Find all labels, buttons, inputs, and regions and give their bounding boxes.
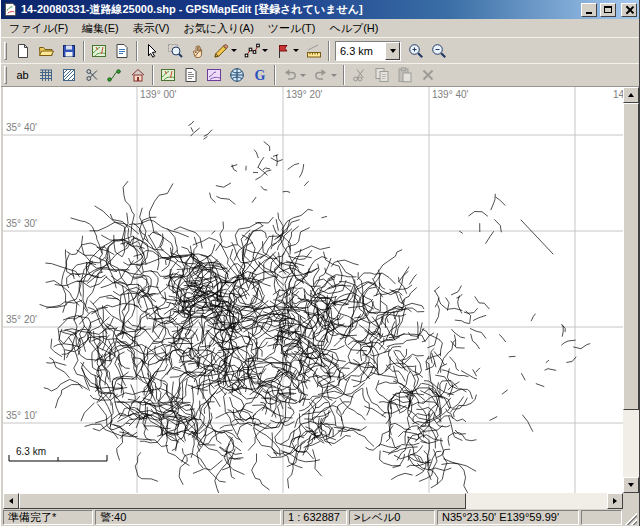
- app-window: 14-20080331-道路線25000.shp - GPSMapEdit [登…: [0, 0, 640, 526]
- toolbar-grip[interactable]: [4, 66, 7, 84]
- toolbar-main-group: [11, 40, 332, 62]
- menu-item-file[interactable]: ファイル(F): [2, 19, 75, 38]
- insert-object-button[interactable]: [240, 40, 271, 62]
- measure-tool-button[interactable]: [302, 40, 325, 62]
- status-filler: [581, 510, 622, 525]
- open-map-button[interactable]: [87, 40, 110, 62]
- scroll-up-button[interactable]: [623, 87, 639, 103]
- map-properties-button[interactable]: [110, 40, 133, 62]
- status-level: >レベル0: [349, 510, 435, 525]
- vertical-scrollbar: [623, 87, 639, 493]
- attach-icon: [130, 67, 146, 83]
- flag-icon: [275, 43, 291, 59]
- zoom-in-icon: [408, 43, 424, 59]
- arrow-up-icon: [628, 93, 634, 97]
- horizontal-scroll-thumb[interactable]: [19, 493, 466, 509]
- zoom-scale-dropdown-button[interactable]: [385, 42, 400, 60]
- pointer-icon: [144, 43, 160, 59]
- horizontal-scrollbar: [3, 493, 623, 509]
- copy-icon: [374, 67, 390, 83]
- verify-map-button[interactable]: [202, 64, 225, 86]
- dropdown-arrow-icon: [231, 49, 237, 52]
- polyline-icon: [244, 43, 260, 59]
- hatch-icon: [61, 67, 77, 83]
- arrow-down-icon: [628, 483, 634, 487]
- map-green-icon: [160, 67, 176, 83]
- maximize-button[interactable]: [600, 3, 616, 17]
- svg-text:G: G: [254, 68, 265, 83]
- title-bar[interactable]: 14-20080331-道路線25000.shp - GPSMapEdit [登…: [1, 0, 639, 19]
- dropdown-arrow-icon: [331, 74, 337, 77]
- google-earth-button[interactable]: G: [248, 64, 271, 86]
- paste-icon: [397, 67, 413, 83]
- map-canvas[interactable]: 6.3 km: [3, 87, 623, 493]
- draw-tool-button[interactable]: [209, 40, 240, 62]
- redo-button: [309, 64, 340, 86]
- scroll-right-button[interactable]: [607, 493, 623, 509]
- globe-blue-icon: [229, 67, 245, 83]
- select-tool-button[interactable]: [140, 40, 163, 62]
- zoom-select-tool-button[interactable]: [163, 40, 186, 62]
- paste-button: [393, 64, 416, 86]
- labels-toggle-button[interactable]: ab: [11, 64, 34, 86]
- toolbar-separator: [136, 41, 137, 61]
- view-source-button[interactable]: [179, 64, 202, 86]
- cut-icon: [351, 67, 367, 83]
- horizontal-scrollbar-row: [1, 493, 639, 509]
- delete-x-icon: [420, 67, 436, 83]
- horizontal-scroll-track[interactable]: [19, 493, 607, 509]
- zoom-out-button[interactable]: [427, 40, 450, 62]
- menu-item-help[interactable]: ヘルプ(H): [322, 19, 385, 38]
- scrollbar-corner: [623, 493, 639, 509]
- undo-icon: [282, 67, 298, 83]
- status-message: 準備完了*: [3, 510, 93, 525]
- open-file-button[interactable]: [34, 40, 57, 62]
- close-icon: [625, 6, 633, 14]
- grid-icon: [38, 67, 54, 83]
- map-purple-icon: [206, 67, 222, 83]
- zoom-scale-value[interactable]: 6.3 km: [336, 45, 385, 57]
- minimize-button[interactable]: [581, 3, 597, 17]
- map-area[interactable]: 6.3 km 139° 00'139° 20'139° 40'140° 00'3…: [3, 87, 623, 493]
- toolbar-separator: [83, 41, 84, 61]
- toolbar-separator: [152, 65, 153, 85]
- new-file-button[interactable]: [11, 40, 34, 62]
- split-tool-button[interactable]: [80, 64, 103, 86]
- menu-item-edit[interactable]: 編集(E): [75, 19, 126, 38]
- hatch-toggle-button[interactable]: [57, 64, 80, 86]
- arrow-left-icon: [9, 498, 13, 504]
- status-bar: 準備完了*警:401 : 632887>レベル0N35°23.50' E139°…: [1, 509, 639, 526]
- g-letter-icon: G: [252, 67, 268, 83]
- menu-item-tools[interactable]: ツール(T): [261, 19, 323, 38]
- label-ab-icon: ab: [15, 67, 31, 83]
- vertical-scroll-thumb[interactable]: [623, 103, 639, 410]
- scroll-left-button[interactable]: [3, 493, 19, 509]
- close-button[interactable]: [621, 3, 637, 17]
- chevron-down-icon: [390, 49, 396, 53]
- join-tool-button[interactable]: [103, 64, 126, 86]
- view-map-button[interactable]: [156, 64, 179, 86]
- toolbar-main: 6.3 km: [1, 37, 639, 63]
- pan-tool-button[interactable]: [186, 40, 209, 62]
- waypoint-tool-button[interactable]: [271, 40, 302, 62]
- zoom-in-button[interactable]: [404, 40, 427, 62]
- scroll-down-button[interactable]: [623, 477, 639, 493]
- zoom-out-icon: [431, 43, 447, 59]
- menu-item-view[interactable]: 表示(V): [126, 19, 177, 38]
- menu-item-favorites[interactable]: お気に入り(A): [176, 19, 260, 38]
- zoom-scale-combo[interactable]: 6.3 km: [335, 41, 401, 61]
- attach-button[interactable]: [126, 64, 149, 86]
- toolbar-separator: [328, 41, 329, 61]
- save-file-button[interactable]: [57, 40, 80, 62]
- maximize-icon: [604, 6, 612, 13]
- grid-toggle-button[interactable]: [34, 64, 57, 86]
- upload-gps-button[interactable]: [225, 64, 248, 86]
- resize-grip[interactable]: [624, 512, 637, 525]
- open-folder-icon: [38, 43, 54, 59]
- toolbar-separator: [343, 65, 344, 85]
- scale-bar-label: 6.3 km: [16, 446, 46, 457]
- copy-button: [370, 64, 393, 86]
- vertical-scroll-track[interactable]: [623, 103, 639, 477]
- toolbar-grip[interactable]: [4, 42, 7, 60]
- new-file-icon: [15, 43, 31, 59]
